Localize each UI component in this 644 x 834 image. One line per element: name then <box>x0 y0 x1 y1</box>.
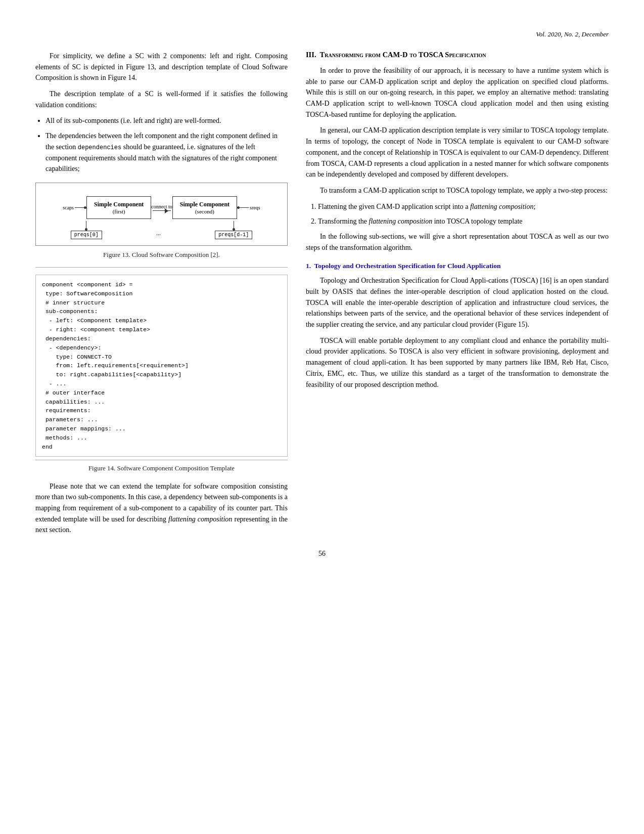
two-step-list: Flattening the given CAM-D application s… <box>318 201 609 227</box>
right-para1: In order to prove the feasibility of our… <box>306 65 609 120</box>
left-para2: The description template of a SC is well… <box>35 89 288 110</box>
preqs-0-label: preqs[0] <box>71 231 102 239</box>
step-2: Transforming the flattening composition … <box>318 216 609 227</box>
page-number: 56 <box>35 550 609 558</box>
second-component-subtitle: (second) <box>180 208 229 214</box>
figure-13-box: scaps Simple Component (first) connect t… <box>35 183 288 246</box>
right-para2: In general, our CAM-D application descri… <box>306 125 609 180</box>
second-component-title: Simple Component <box>180 201 229 208</box>
left-column: For simplicity, we define a SC with 2 co… <box>35 51 288 541</box>
page: Vol. 2020, No. 2, December For simplicit… <box>0 0 644 834</box>
right-para4: In the following sub-sections, we will g… <box>306 231 609 253</box>
two-column-layout: For simplicity, we define a SC with 2 co… <box>35 51 609 541</box>
right-para5: Topology and Orchestration Specification… <box>306 275 609 330</box>
italic-flattening-2: flattening composition <box>369 217 433 225</box>
second-component-box: Simple Component (second) <box>172 196 237 219</box>
code-block-divider-bottom <box>35 460 288 460</box>
section-number: III. <box>306 51 316 59</box>
left-para1: For simplicity, we define a SC with 2 co… <box>35 51 288 83</box>
code-block-divider-top <box>35 267 288 268</box>
left-arrow-stub <box>75 207 84 208</box>
preqs-left: preqs[0] <box>71 221 102 239</box>
bullet-item-1: All of its sub-components (i.e. left and… <box>45 115 288 126</box>
right-para6: TOSCA will enable portable deployment to… <box>306 335 609 390</box>
fig13-caption: Figure 13. Cloud Software Composition [2… <box>35 250 288 260</box>
preqs-d1-label: preqs[d-1] <box>215 231 252 239</box>
first-component-box: Simple Component (first) <box>86 196 151 219</box>
italic-flattening: flattening composition <box>168 515 232 523</box>
step-1: Flattening the given CAM-D application s… <box>318 201 609 212</box>
subsection-title: Topology and Orchestration Specification… <box>314 262 501 270</box>
subsection-number: 1. <box>306 262 311 270</box>
right-column: III. Transforming from CAM-D to TOSCA Sp… <box>306 51 609 541</box>
right-para3: To transform a CAM-D application script … <box>306 185 609 196</box>
section-title: Transforming from CAM-D to TOSCA Specifi… <box>320 51 486 59</box>
diagram-wrapper: scaps Simple Component (first) connect t… <box>41 196 282 219</box>
bullet-list: All of its sub-components (i.e. left and… <box>45 115 288 174</box>
left-para3: Please note that we can extend the templ… <box>35 481 288 536</box>
code-block-fig14: component <component id> = type: Softwar… <box>35 275 288 457</box>
volume-line: Vol. 2020, No. 2, December <box>35 30 609 38</box>
connect-arrow <box>153 210 171 211</box>
italic-flattening-1: flattening composition <box>470 203 534 210</box>
section-heading: III. Transforming from CAM-D to TOSCA Sp… <box>306 51 609 59</box>
preqs-right: preqs[d-1] <box>215 221 252 239</box>
right-arrow-stub <box>240 207 249 208</box>
bullet-item-2: The dependencies between the left compon… <box>45 130 288 174</box>
inline-code-deps: dependencies <box>78 144 121 151</box>
subsection-heading: 1. Topology and Orchestration Specificat… <box>306 262 609 270</box>
sreqs-label: sreqs <box>250 205 260 210</box>
first-component-subtitle: (first) <box>94 208 144 214</box>
scaps-label: scaps <box>63 205 74 210</box>
fig14-caption: Figure 14. Software Component Compositio… <box>35 463 288 473</box>
preqs-row: preqs[0] ... preqs[d-1] <box>41 221 282 239</box>
first-component-title: Simple Component <box>94 201 144 208</box>
preqs-ellipsis: ... <box>156 230 161 237</box>
